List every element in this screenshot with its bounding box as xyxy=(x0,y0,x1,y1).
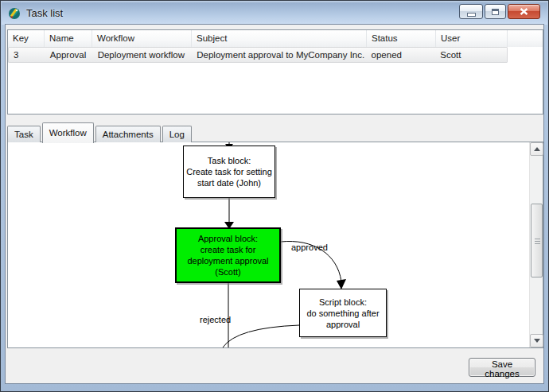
window-controls xyxy=(459,4,540,19)
column-header-workflow[interactable]: Workflow xyxy=(92,30,192,47)
tab-task[interactable]: Task xyxy=(7,126,41,142)
arrow-up-icon xyxy=(534,147,540,151)
table-header-row: Key Name Workflow Subject Status User xyxy=(8,30,543,47)
arrow-down-icon xyxy=(534,339,540,343)
tab-strip: Task Workflow Attachments Log xyxy=(7,122,193,142)
cell-status: opened xyxy=(367,48,436,62)
column-header-status[interactable]: Status xyxy=(367,30,436,47)
app-icon xyxy=(8,6,21,20)
cell-name: Approval xyxy=(45,48,93,62)
column-header-subject[interactable]: Subject xyxy=(192,30,367,47)
scrollbar-grip-icon xyxy=(535,239,540,244)
maximize-icon xyxy=(492,9,499,15)
scrollbar-thumb[interactable] xyxy=(531,204,543,278)
save-changes-button[interactable]: Save changes xyxy=(469,358,535,377)
scroll-up-button[interactable] xyxy=(530,142,543,156)
diagram-vertical-scrollbar[interactable] xyxy=(529,142,543,347)
workflow-diagram-panel: Task block: Create task for setting star… xyxy=(7,142,543,348)
close-icon xyxy=(520,8,528,15)
cell-user: Scott xyxy=(435,48,507,62)
maximize-button[interactable] xyxy=(485,4,506,19)
task-table: Key Name Workflow Subject Status User 3 … xyxy=(7,29,543,114)
task-list-window: Task list Key Name Workflow Subject xyxy=(0,0,549,392)
tab-log[interactable]: Log xyxy=(162,126,192,142)
column-header-user[interactable]: User xyxy=(436,30,508,47)
diagram-canvas: Task block: Create task for setting star… xyxy=(8,142,529,347)
cell-subject: Deployment approval to MyCompany Inc. xyxy=(192,48,366,62)
tab-attachments[interactable]: Attachments xyxy=(95,126,161,142)
column-header-name[interactable]: Name xyxy=(45,30,92,47)
title-bar: Task list xyxy=(2,2,547,25)
column-header-key[interactable]: Key xyxy=(8,30,45,47)
scroll-down-button[interactable] xyxy=(530,334,543,347)
table-row[interactable]: 3 Approval Deployment workflow Deploymen… xyxy=(8,47,508,63)
task-block-node[interactable]: Task block: Create task for setting star… xyxy=(183,146,275,198)
tab-workflow[interactable]: Workflow xyxy=(42,122,94,143)
window-title: Task list xyxy=(26,7,63,19)
close-button[interactable] xyxy=(508,4,540,19)
cell-workflow: Deployment workflow xyxy=(93,48,193,62)
minimize-button[interactable] xyxy=(459,4,483,19)
minimize-icon xyxy=(468,14,475,16)
cell-key: 3 xyxy=(9,48,45,62)
rejected-edge-label: rejected xyxy=(200,315,231,324)
client-area: Key Name Workflow Subject Status User 3 … xyxy=(6,25,543,383)
column-header-filler xyxy=(508,30,543,47)
approval-block-node[interactable]: Approval block: create task for deployme… xyxy=(175,227,281,283)
approved-edge-label: approved xyxy=(291,243,328,252)
script-block-node[interactable]: Script block: do something after approva… xyxy=(299,289,387,337)
